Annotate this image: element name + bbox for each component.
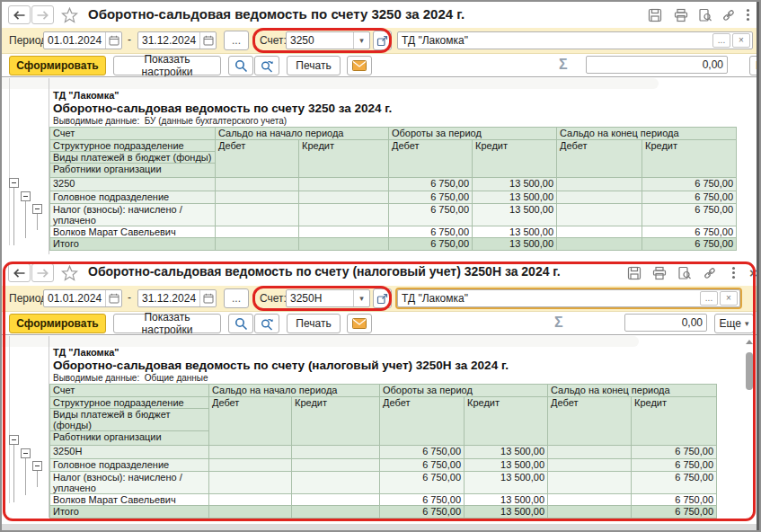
org-clear-icon[interactable]: × — [732, 33, 750, 48]
row-label: Налог (взносы): начислено / уплачено — [50, 472, 209, 494]
org-select-button[interactable]: ... — [712, 33, 730, 48]
collapse-toggle-level1[interactable] — [9, 435, 19, 445]
collapse-toggle-level1[interactable] — [9, 178, 19, 188]
back-button[interactable] — [8, 5, 31, 24]
collapse-toggle-level3[interactable] — [32, 204, 42, 214]
cell-value — [216, 191, 299, 204]
table-row: Головное подразделение 6 750,00 13 500,0… — [50, 191, 737, 204]
preview-icon[interactable] — [697, 7, 712, 22]
dropdown-icon[interactable]: ▾ — [353, 32, 369, 49]
open-account-icon[interactable] — [373, 288, 392, 308]
report-data-line: Выводимые данные: Общие данные — [49, 373, 717, 384]
tree-line — [13, 188, 14, 245]
more-button[interactable]: Еще — [749, 56, 761, 75]
date-to-input[interactable]: 31.12.2024 — [138, 292, 199, 305]
calendar-icon[interactable] — [105, 32, 121, 49]
favorite-star-icon[interactable] — [61, 6, 78, 23]
organization-input[interactable]: ТД "Лакомка" — [398, 292, 700, 305]
favorite-star-icon[interactable] — [61, 264, 78, 281]
col-header: Виды платежей в бюджет (фонды) — [50, 152, 216, 164]
account-input[interactable]: 3250 — [287, 34, 353, 47]
more-icon[interactable] — [740, 7, 756, 22]
sum-field: 0,00 — [624, 314, 707, 332]
organization-input[interactable]: ТД "Лакомка" — [398, 34, 712, 47]
cell-value — [548, 472, 632, 494]
report-title: Оборотно-сальдовая ведомость по счету 32… — [49, 102, 737, 116]
scroll-up-icon[interactable] — [746, 340, 753, 344]
report-table: Счет Сальдо на начало периода Обороты за… — [49, 384, 717, 519]
cell-value — [292, 459, 380, 472]
back-button[interactable] — [8, 263, 31, 282]
collapse-toggle-level3[interactable] — [32, 461, 42, 471]
org-clear-icon[interactable]: × — [720, 291, 738, 306]
col-header: Работники организации — [50, 164, 216, 178]
print-button[interactable]: Печать — [287, 56, 341, 75]
forward-button[interactable] — [31, 263, 54, 282]
cell-value: 6 750,00 — [380, 472, 465, 494]
search-next-icon[interactable] — [254, 56, 279, 75]
link-icon[interactable] — [721, 7, 736, 22]
col-header: Виды платежей в бюджет (фонды) — [50, 409, 209, 431]
search-next-icon[interactable] — [254, 314, 279, 333]
forward-button[interactable] — [31, 5, 54, 24]
save-icon[interactable] — [647, 7, 662, 22]
screen: Оборотно-сальдовая ведомость по счету 32… — [0, 0, 761, 532]
search-icon[interactable] — [228, 56, 253, 75]
col-header: Дебет — [380, 397, 465, 446]
date-from-input[interactable]: 01.01.2024 — [44, 292, 105, 305]
more-button[interactable]: Еще ▾ — [714, 314, 754, 333]
mail-icon[interactable] — [347, 56, 372, 75]
date-to-input[interactable]: 31.12.2024 — [138, 34, 199, 47]
cell-value — [299, 238, 389, 251]
collapse-toggle-level2[interactable] — [21, 191, 31, 201]
dropdown-icon[interactable]: ▾ — [353, 290, 369, 306]
preview-icon[interactable] — [677, 265, 692, 280]
col-header: Работники организации — [50, 431, 209, 446]
account-label: Счет: — [260, 34, 287, 47]
save-icon[interactable] — [626, 265, 642, 280]
col-header: Кредит — [292, 397, 380, 446]
cell-value: 6 750,00 — [642, 226, 737, 238]
row-label: Головное подразделение — [50, 191, 216, 204]
report-title: Оборотно-сальдовая ведомость по счету (н… — [49, 359, 717, 373]
col-header: Сальдо на конец периода — [548, 385, 717, 397]
cell-value: 6 750,00 — [642, 178, 737, 191]
tree-line — [25, 458, 26, 495]
generate-button[interactable]: Сформировать — [9, 314, 106, 333]
period-options-button[interactable]: ... — [224, 31, 249, 50]
sum-icon[interactable]: Σ — [554, 315, 563, 331]
row-label: Волков Марат Савельевич — [50, 494, 209, 506]
vertical-scrollbar[interactable] — [744, 338, 755, 519]
calendar-icon[interactable] — [199, 32, 216, 49]
scroll-thumb[interactable] — [746, 352, 753, 390]
table-row: Волков Марат Савельевич 6 750,00 13 500,… — [50, 494, 717, 506]
period-options-button[interactable]: ... — [224, 288, 249, 308]
cell-value — [209, 506, 292, 519]
more-icon[interactable] — [726, 265, 741, 280]
show-settings-button[interactable]: Показать настройки — [113, 314, 221, 333]
search-icon[interactable] — [228, 314, 253, 333]
show-settings-button[interactable]: Показать настройки — [113, 56, 221, 75]
link-icon[interactable] — [702, 265, 717, 280]
print-icon[interactable] — [673, 7, 688, 22]
account-input[interactable]: 3250Н — [287, 292, 353, 305]
cell-value — [557, 191, 642, 204]
data-value: БУ (данные бухгалтерского учета) — [145, 116, 287, 126]
print-icon[interactable] — [651, 265, 667, 280]
date-from-input[interactable]: 01.01.2024 — [44, 34, 105, 47]
cell-value: 13 500,00 — [473, 204, 557, 226]
report-table: Счет Сальдо на начало периода Обороты за… — [49, 127, 737, 251]
mail-icon[interactable] — [347, 314, 372, 333]
cell-value: 13 500,00 — [465, 459, 548, 472]
open-account-icon[interactable] — [373, 31, 392, 50]
generate-button[interactable]: Сформировать — [9, 56, 106, 75]
collapse-toggle-level2[interactable] — [21, 448, 31, 458]
calendar-icon[interactable] — [199, 290, 216, 306]
org-select-button[interactable]: ... — [700, 291, 718, 306]
calendar-icon[interactable] — [105, 290, 121, 306]
sum-icon[interactable]: Σ — [559, 57, 568, 73]
report-top-strip — [2, 78, 659, 89]
cell-value — [557, 226, 642, 238]
print-button[interactable]: Печать — [287, 314, 341, 333]
cell-value: 6 750,00 — [389, 226, 473, 238]
